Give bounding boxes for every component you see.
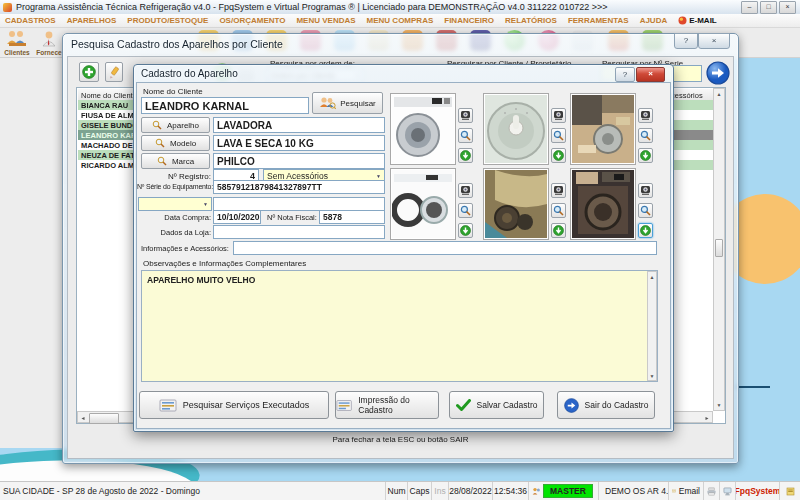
edit-record-button[interactable] <box>105 62 123 82</box>
photo4-capture-button[interactable] <box>458 183 473 198</box>
pesquisar-label: Pesquisar <box>340 99 376 108</box>
salvar-button[interactable]: Salvar Cadastro <box>449 391 544 419</box>
status-ins: Ins <box>432 482 449 500</box>
menu-compras[interactable]: MENU COMPRAS <box>367 16 434 25</box>
photo-washer-front[interactable] <box>390 93 456 165</box>
check-icon <box>456 399 471 411</box>
modelo-input[interactable]: LAVA E SECA 10 KG <box>213 135 385 151</box>
minimize-button[interactable]: – <box>741 1 758 14</box>
photo2-zoom-button[interactable] <box>551 128 566 143</box>
scrollbar-thumb-h[interactable] <box>89 413 119 424</box>
cadastro-dialog: Cadastro do Aparelho ? × Nome do Cliente… <box>133 64 674 432</box>
marca-button[interactable]: Marca <box>141 153 210 169</box>
blue-arrow-icon <box>706 61 730 85</box>
status-time: 12:54:36 <box>493 482 529 500</box>
toolbar-clientes-button[interactable]: Clientes <box>2 30 32 56</box>
client-name-label: Nome do Cliente <box>143 87 203 96</box>
marca-input[interactable]: PHILCO <box>213 153 385 169</box>
modelo-button-label: Modelo <box>170 139 196 148</box>
photo6-zoom-button[interactable] <box>638 203 653 218</box>
pesquisar-button[interactable]: Pesquisar <box>312 92 383 114</box>
menu-cadastros[interactable]: CADASTROS <box>5 16 56 25</box>
scroll-left-icon[interactable]: ◄ <box>78 413 88 423</box>
scrollbar-thumb[interactable] <box>715 239 723 257</box>
photo-repair-parts[interactable] <box>570 93 636 165</box>
info-acessorios-input[interactable] <box>233 241 657 255</box>
nota-fiscal-label: Nº Nota Fiscal: <box>267 213 317 222</box>
close-button[interactable]: × <box>779 1 796 14</box>
scroll-up-icon[interactable]: ▲ <box>714 89 724 99</box>
menu-relatorios[interactable]: RELATÓRIOS <box>505 16 557 25</box>
photo-internals[interactable] <box>483 168 549 240</box>
status-monitor-segment[interactable] <box>720 482 736 500</box>
menu-vendas[interactable]: MENU VENDAS <box>296 16 355 25</box>
client-name-input[interactable]: LEANDRO KARNAL <box>141 97 309 114</box>
scroll-down-icon[interactable]: ▼ <box>648 371 656 380</box>
chevron-down-icon: ▼ <box>203 201 208 207</box>
dialog-close-button[interactable]: × <box>636 67 665 82</box>
dialog-help-button[interactable]: ? <box>615 67 635 82</box>
photo4-load-button[interactable] <box>458 223 473 238</box>
menu-email[interactable]: E-MAIL <box>689 16 717 25</box>
aparelho-button[interactable]: Aparelho <box>141 117 210 133</box>
extra-dropdown[interactable]: ▼ <box>138 197 212 211</box>
textarea-scrollbar[interactable]: ▲ ▼ <box>647 271 657 381</box>
search-go-button[interactable] <box>706 61 730 85</box>
grid-vertical-scrollbar[interactable]: ▲ ▼ <box>713 88 725 411</box>
photo2-capture-button[interactable] <box>551 108 566 123</box>
status-misc-segment <box>780 482 800 500</box>
photo-washer-open-door[interactable] <box>390 168 456 240</box>
magnifier-icon <box>553 130 564 141</box>
data-compra-input[interactable]: 10/10/2020 <box>213 210 261 224</box>
photo6-load-button[interactable] <box>638 223 653 238</box>
extra-input[interactable] <box>213 197 385 211</box>
menu-ajuda[interactable]: AJUDA <box>640 16 668 25</box>
photo2-load-button[interactable] <box>551 148 566 163</box>
photo5-zoom-button[interactable] <box>551 203 566 218</box>
client-column-header[interactable]: Nome do Cliente <box>81 91 137 100</box>
modelo-button[interactable]: Modelo <box>141 135 210 151</box>
menu-financeiro[interactable]: FINANCEIRO <box>444 16 494 25</box>
green-arrow-icon <box>460 225 471 236</box>
photo-drum-top-view[interactable] <box>483 93 549 165</box>
add-record-button[interactable] <box>79 62 99 82</box>
menu-produto-estoque[interactable]: PRODUTO/ESTOQUE <box>127 16 208 25</box>
menu-os-orcamento[interactable]: OS/ORÇAMENTO <box>219 16 285 25</box>
photo3-load-button[interactable] <box>638 148 653 163</box>
window-close-button[interactable]: × <box>698 33 730 49</box>
scroll-up-icon[interactable]: ▲ <box>648 272 656 281</box>
status-printer-segment[interactable] <box>704 482 720 500</box>
window-help-button[interactable]: ? <box>674 33 698 49</box>
photo3-zoom-button[interactable] <box>638 128 653 143</box>
printer-icon <box>336 399 352 412</box>
photo1-zoom-button[interactable] <box>458 128 473 143</box>
menu-aparelhos[interactable]: APARELHOS <box>67 16 117 25</box>
scroll-right-icon[interactable]: ► <box>702 413 712 423</box>
marca-button-label: Marca <box>172 157 194 166</box>
photo5-capture-button[interactable] <box>551 183 566 198</box>
status-user: MASTER <box>543 484 593 498</box>
clients-people-icon <box>5 30 29 48</box>
maximize-button[interactable]: □ <box>760 1 777 14</box>
scroll-down-icon[interactable]: ▼ <box>714 400 724 410</box>
dados-loja-input[interactable] <box>213 225 385 239</box>
aparelho-input[interactable]: LAVADORA <box>213 117 385 133</box>
photo4-zoom-button[interactable] <box>458 203 473 218</box>
sair-button[interactable]: Sair do Cadastro <box>557 391 655 419</box>
app-icon <box>3 3 12 12</box>
toolbar-fornecedor-button[interactable]: Fornece <box>34 30 64 56</box>
nota-fiscal-input[interactable]: 5878 <box>319 210 385 224</box>
photo6-capture-button[interactable] <box>638 183 653 198</box>
serie-input[interactable]: 58579121879841327897TT <box>213 180 385 194</box>
photo1-capture-button[interactable] <box>458 108 473 123</box>
status-email-segment[interactable]: Email <box>669 482 704 500</box>
photo-washer-back-open[interactable] <box>570 168 636 240</box>
photo1-load-button[interactable] <box>458 148 473 163</box>
menu-ferramentas[interactable]: FERRAMENTAS <box>568 16 629 25</box>
printer-small-icon <box>707 487 716 496</box>
observacoes-textarea[interactable]: APARELHO MUITO VELHO ▲ ▼ <box>141 270 658 382</box>
pesquisar-servicos-button[interactable]: Pesquisar Serviços Executados <box>139 391 329 419</box>
impressao-button[interactable]: Impressão do Cadastro <box>335 391 439 419</box>
photo5-load-button[interactable] <box>551 223 566 238</box>
photo3-capture-button[interactable] <box>638 108 653 123</box>
